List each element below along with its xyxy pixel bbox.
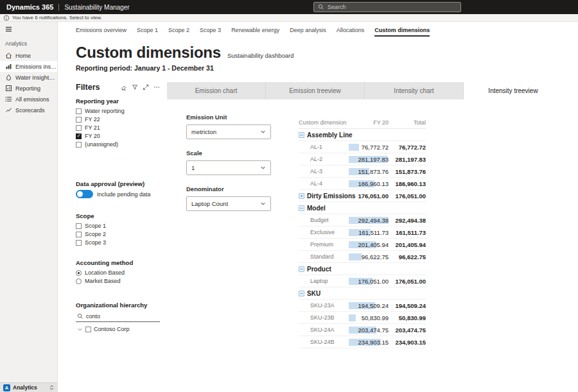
brand-divider [58,4,59,11]
global-search[interactable] [313,2,461,12]
checkbox-icon[interactable] [76,240,82,246]
collapse-icon[interactable]: − [299,132,304,138]
notification-bar[interactable]: You have 6 notifications. Select to view… [0,14,578,22]
matrix-data-row[interactable]: AL-176,772.7276,772.72 [299,141,426,153]
area-switcher[interactable]: A Analytics [0,382,57,392]
page-tab[interactable]: Emissions overview [76,22,127,38]
chevron-down-icon [260,129,266,135]
radio-row[interactable]: Market Based [76,277,160,285]
page-title: Custom dimensions [76,44,221,62]
matrix-row-total: 292,494.38 [389,217,426,224]
page-tab[interactable]: Renewable energy [231,22,279,38]
toggle-label: Include pending data [97,191,151,198]
org-search-input[interactable] [86,313,160,320]
matrix-data-row[interactable]: SKU-24B234,903.15234,903.15 [299,336,426,348]
checkbox-label: FY 20 [85,133,100,139]
dropdown[interactable]: Laptop Count [186,196,271,211]
checkbox-icon[interactable] [76,108,82,114]
matrix-row-total: 186,960.13 [389,180,426,187]
dropdown[interactable]: 1 [186,160,271,175]
checkbox-row[interactable]: FY 22 [76,115,160,123]
sidebar-item-scorecards[interactable]: Scorecards [0,105,57,115]
checkbox-icon[interactable] [76,223,82,229]
matrix-row-label: Standard [299,253,349,260]
global-search-input[interactable] [328,4,457,10]
checkbox-row[interactable]: FY 20 [76,132,160,140]
radio-icon[interactable] [76,278,82,284]
filters-toolbar [121,84,160,90]
collapse-icon[interactable]: − [299,266,304,272]
matrix-data-row[interactable]: AL-3151,873.76151,873.76 [299,166,426,178]
visual-tab[interactable]: Intensity treeview [464,82,563,99]
checkbox-row[interactable]: FY 21 [76,124,160,132]
reporting-year-label: Reporting year [76,98,160,105]
matrix-data-row[interactable]: AL-4186,960.13186,960.13 [299,178,426,190]
sidebar-item-reporting[interactable]: Reporting [0,83,57,94]
dynamics-logo[interactable]: Dynamics 365 [6,3,53,11]
hamburger-icon [5,26,12,33]
visual-tab[interactable]: Emission chart [167,82,266,99]
collapse-icon[interactable]: − [299,291,304,296]
toggle-switch[interactable] [76,190,93,198]
checkbox-label: FY 22 [85,116,100,123]
checkbox-row[interactable]: (unassigned) [76,141,160,148]
clear-filters-icon[interactable] [121,84,127,90]
filter-funnel-icon[interactable] [132,84,138,90]
matrix-data-row[interactable]: AL-2281,197.83281,197.83 [299,153,426,166]
dropdown-label: Scale [186,149,271,157]
matrix-group-row: −Model [299,202,426,214]
checkbox-row[interactable]: Scope 1 [76,222,160,230]
app-sidebar: Analytics Home Emissions insights Water … [0,22,58,392]
sidebar-item-emissions-insights[interactable]: Emissions insights [0,61,57,72]
app-name[interactable]: Sustainability Manager [64,4,129,11]
matrix-data-row[interactable]: Premium201,405.94201,405.94 [299,239,426,251]
matrix-data-row[interactable]: Budget292,494.38292,494.38 [299,214,426,226]
reporting-period: Reporting period: January 1 - December 3… [76,64,578,72]
org-tree-item[interactable]: Contoso Corp [76,326,160,332]
data-approval-label: Data approval (preview) [76,180,160,187]
radio-row[interactable]: Location Based [76,269,160,277]
matrix-data-row[interactable]: Laptop176,051.00176,051.00 [299,275,426,287]
page-tab[interactable]: Scope 2 [168,22,189,38]
matrix-data-row[interactable]: SKU-24A203,474.75203,474.75 [299,324,426,336]
checkbox-icon[interactable] [76,117,82,123]
matrix-data-row[interactable]: SKU-23A194,509.24194,509.24 [299,300,426,312]
expand-icon[interactable]: + [299,193,304,199]
sidebar-item-all-emissions[interactable]: All emissions [0,94,57,105]
matrix-row-total: 76,772.72 [389,144,426,151]
matrix-data-row[interactable]: SKU-23B50,830.9950,830.99 [299,312,426,324]
org-search[interactable] [76,311,160,322]
all-emissions-icon [5,96,12,103]
collapse-icon[interactable]: − [299,205,304,211]
checkbox-row[interactable]: Scope 2 [76,230,160,238]
sidebar-item-home[interactable]: Home [0,50,57,61]
page-tab-label: Scope 1 [137,27,158,33]
tree-checkbox-icon[interactable] [85,327,91,332]
page-tab[interactable]: Scope 1 [137,22,158,38]
page-tab[interactable]: Custom dimensions [374,22,430,38]
checkbox-row[interactable]: Scope 3 [76,239,160,246]
dropdown[interactable]: metricton [186,124,271,139]
page-tab[interactable]: Deep analysis [290,22,326,38]
matrix-data-row[interactable]: Exclusive161,511.73161,511.73 [299,226,426,239]
radio-icon[interactable] [76,270,82,276]
matrix-data-row[interactable]: Standard96,622.7596,622.75 [299,251,426,263]
checkbox-icon[interactable] [76,232,82,237]
visual-tab[interactable]: Intensity chart [365,82,464,99]
checkbox-icon[interactable] [76,133,82,139]
expand-pane-icon[interactable] [143,84,149,90]
matrix-row-fy20: 234,903.15 [349,339,389,346]
matrix-row-label: SKU-24A [299,327,349,333]
more-options-icon[interactable] [153,84,160,90]
toggle-knob [77,191,83,197]
checkbox-icon[interactable] [76,142,82,148]
visual-tab[interactable]: Emission treeview [266,82,365,99]
matrix-row-total: 161,511.73 [389,229,426,236]
sidebar-item-water-insights[interactable]: Water insights (previ... [0,72,57,83]
checkbox-row[interactable]: Water reporting [76,107,160,115]
checkbox-icon[interactable] [76,125,82,131]
page-tab[interactable]: Scope 3 [200,22,221,38]
matrix-row-total: 96,622.75 [389,253,426,260]
hamburger-button[interactable] [0,22,57,36]
page-tab[interactable]: Allocations [337,22,365,38]
